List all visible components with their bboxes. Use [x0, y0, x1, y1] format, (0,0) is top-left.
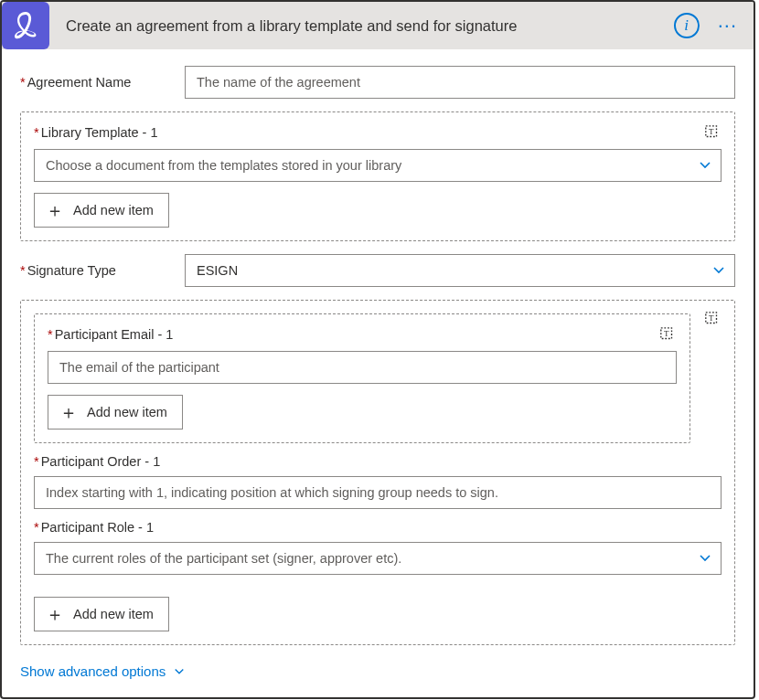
signature-type-row: *Signature Type ESIGN — [20, 254, 735, 287]
add-item-label: Add new item — [73, 203, 154, 217]
chevron-down-icon — [699, 159, 711, 172]
agreement-name-label: *Agreement Name — [20, 75, 174, 90]
pdf-app-icon — [9, 9, 42, 42]
participant-role-section: *Participant Role - 1 The current roles … — [34, 520, 722, 575]
more-options-button[interactable]: ··· — [712, 14, 743, 37]
participant-email-input[interactable] — [48, 351, 677, 384]
action-card: Create an agreement from a library templ… — [0, 0, 755, 699]
add-item-label: Add new item — [73, 607, 154, 621]
svg-text:T: T — [709, 313, 714, 323]
participant-email-group: *Participant Email - 1 T ＋ Add new item — [34, 313, 690, 443]
signature-type-select[interactable]: ESIGN — [185, 254, 735, 287]
array-toggle-icon[interactable]: T — [658, 325, 677, 344]
plus-icon: ＋ — [46, 605, 64, 623]
agreement-name-input[interactable] — [185, 66, 735, 99]
participant-email-label: *Participant Email - 1 T — [48, 325, 677, 344]
participant-order-input[interactable] — [34, 476, 722, 509]
signature-type-label: *Signature Type — [20, 263, 174, 278]
library-template-group: *Library Template - 1 T Choose a documen… — [20, 111, 735, 241]
show-advanced-options-link[interactable]: Show advanced options — [20, 663, 186, 679]
participant-role-placeholder: The current roles of the participant set… — [46, 551, 699, 566]
plus-icon: ＋ — [46, 201, 64, 219]
participant-order-label: *Participant Order - 1 — [34, 454, 722, 469]
card-body: *Agreement Name *Library Template - 1 T … — [2, 49, 754, 697]
svg-text:T: T — [709, 127, 714, 136]
agreement-name-row: *Agreement Name — [20, 66, 735, 99]
signature-type-value: ESIGN — [197, 263, 712, 278]
chevron-down-icon — [699, 552, 711, 565]
participant-group: T *Participant Email - 1 T ＋ Add new ite… — [20, 300, 735, 645]
library-template-label: *Library Template - 1 T — [34, 123, 722, 142]
add-participant-email-button[interactable]: ＋ Add new item — [48, 395, 183, 430]
participant-role-select[interactable]: The current roles of the participant set… — [34, 542, 722, 575]
chevron-down-icon — [173, 665, 186, 678]
advanced-options-label: Show advanced options — [20, 663, 166, 679]
add-participant-button[interactable]: ＋ Add new item — [34, 597, 169, 631]
library-template-placeholder: Choose a document from the templates sto… — [46, 158, 699, 173]
array-toggle-icon[interactable]: T — [703, 123, 722, 142]
adobe-sign-icon — [2, 2, 49, 49]
plus-icon: ＋ — [59, 403, 78, 421]
library-template-select[interactable]: Choose a document from the templates sto… — [34, 149, 722, 182]
svg-text:T: T — [664, 329, 669, 338]
add-library-template-button[interactable]: ＋ Add new item — [34, 193, 169, 228]
participant-role-label: *Participant Role - 1 — [34, 520, 722, 535]
card-header: Create an agreement from a library templ… — [2, 2, 754, 49]
add-item-label: Add new item — [87, 405, 167, 419]
chevron-down-icon — [712, 264, 725, 277]
card-title: Create an agreement from a library templ… — [49, 17, 674, 35]
participant-order-section: *Participant Order - 1 — [34, 454, 722, 509]
array-toggle-icon[interactable]: T — [703, 310, 722, 328]
info-button[interactable]: i — [674, 13, 700, 38]
